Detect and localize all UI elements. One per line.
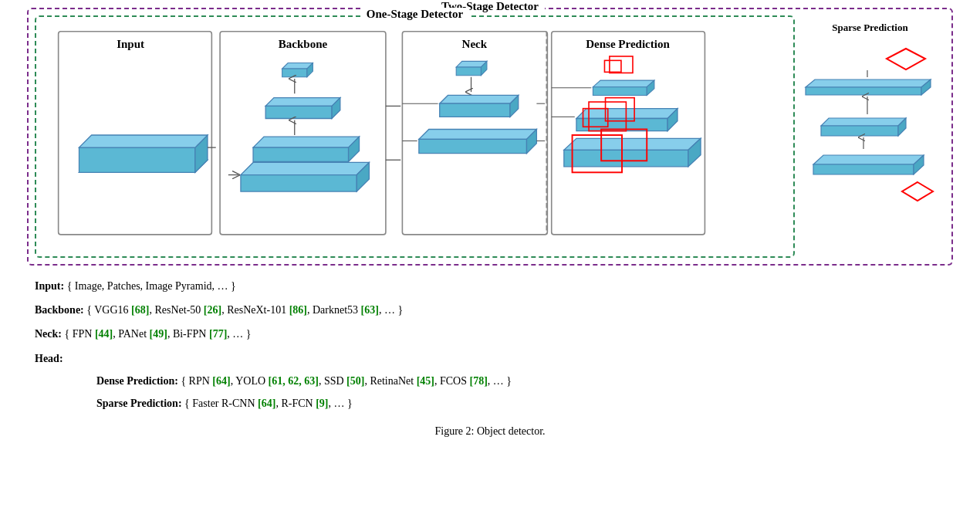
sparse-prediction-section: Sparse Prediction xyxy=(795,15,945,258)
svg-marker-5 xyxy=(79,135,208,147)
svg-marker-18 xyxy=(253,147,349,161)
sparse-pred-svg xyxy=(798,37,941,222)
sparse-pred-label: Sparse Prediction xyxy=(798,22,942,34)
svg-rect-43 xyxy=(552,32,705,235)
svg-marker-76 xyxy=(902,182,933,201)
svg-marker-50 xyxy=(576,109,678,119)
svg-marker-10 xyxy=(282,69,307,77)
svg-marker-48 xyxy=(593,87,647,96)
svg-marker-69 xyxy=(821,118,906,126)
svg-marker-30 xyxy=(456,67,481,76)
svg-marker-21 xyxy=(241,175,357,191)
svg-marker-33 xyxy=(440,95,519,103)
svg-marker-56 xyxy=(564,138,701,150)
svg-text:Backbone: Backbone xyxy=(279,38,328,50)
dense-pred-line: Dense Prediction: { RPN [64], YOLO [61, … xyxy=(96,371,953,391)
svg-marker-65 xyxy=(806,87,921,95)
svg-marker-13 xyxy=(265,98,340,107)
svg-marker-14 xyxy=(265,106,332,118)
backbone-line: Backbone: { VGG16 [68], ResNet-50 [26], … xyxy=(35,300,953,320)
svg-marker-36 xyxy=(419,129,537,139)
text-section: Input: { Image, Patches, Image Pyramid, … xyxy=(27,276,953,413)
svg-marker-17 xyxy=(253,137,359,147)
svg-rect-7 xyxy=(220,32,386,235)
main-container: Two-Stage Detector One-Stage Detector In… xyxy=(27,8,953,438)
svg-rect-0 xyxy=(59,32,212,235)
svg-marker-73 xyxy=(813,155,924,164)
diagram-svg: Input Backbone xyxy=(42,23,787,247)
svg-marker-63 xyxy=(887,49,925,69)
svg-marker-37 xyxy=(419,139,527,153)
svg-marker-20 xyxy=(241,162,369,174)
svg-marker-70 xyxy=(821,126,898,136)
one-stage-label: One-Stage Detector xyxy=(360,8,469,21)
input-line: Input: { Image, Patches, Image Pyramid, … xyxy=(35,276,953,296)
svg-marker-64 xyxy=(806,80,931,87)
svg-marker-47 xyxy=(593,80,654,87)
svg-marker-57 xyxy=(564,150,688,166)
two-stage-detector-box: Two-Stage Detector One-Stage Detector In… xyxy=(27,8,953,266)
neck-line: Neck: { FPN [44], PANet [49], Bi-FPN [77… xyxy=(35,324,953,343)
svg-text:Input: Input xyxy=(117,38,144,50)
svg-text:Neck: Neck xyxy=(462,38,488,50)
sparse-pred-line: Sparse Prediction: { Faster R-CNN [64], … xyxy=(96,394,953,413)
figure-caption: Figure 2: Object detector. xyxy=(27,425,953,438)
head-label: Head: xyxy=(35,349,953,368)
svg-marker-74 xyxy=(813,164,914,174)
svg-text:Dense Prediction: Dense Prediction xyxy=(586,38,670,50)
svg-marker-34 xyxy=(440,103,510,117)
svg-marker-3 xyxy=(79,147,195,172)
one-stage-detector-box: One-Stage Detector Input xyxy=(35,15,795,258)
